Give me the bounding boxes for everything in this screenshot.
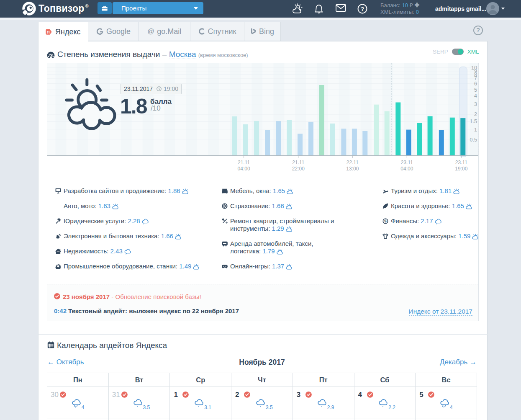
svg-text:22.11: 22.11	[346, 160, 359, 165]
svg-text:04:00: 04:00	[238, 166, 250, 171]
svg-text:$: $	[384, 219, 387, 223]
svg-text:21.11: 21.11	[292, 160, 304, 165]
svg-text:23.11: 23.11	[401, 160, 413, 165]
svg-text:22:00: 22:00	[292, 166, 305, 171]
svg-text:19:00: 19:00	[455, 166, 467, 171]
svg-text:6: 6	[474, 81, 477, 87]
svg-text:Я: Я	[47, 29, 50, 34]
svg-text:4: 4	[474, 93, 477, 99]
svg-text:1.5: 1.5	[470, 119, 477, 124]
svg-text:13:00: 13:00	[346, 166, 359, 171]
svg-text:3: 3	[474, 101, 477, 107]
svg-text:23.11: 23.11	[455, 160, 467, 165]
svg-text:21.11: 21.11	[238, 160, 250, 165]
svg-text:1: 1	[474, 127, 477, 133]
svg-text:0.5: 0.5	[470, 137, 477, 143]
svg-text:?: ?	[361, 6, 364, 12]
svg-text:04:00: 04:00	[400, 166, 413, 171]
svg-text:2: 2	[474, 111, 477, 117]
svg-text:5: 5	[474, 87, 477, 93]
